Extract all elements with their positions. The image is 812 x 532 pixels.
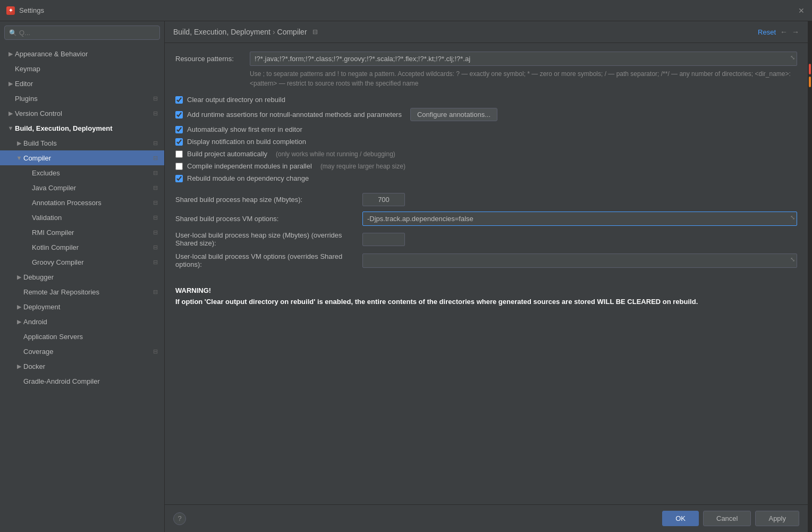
- sidebar-item-validation[interactable]: Validation ⊟: [0, 210, 164, 225]
- expand-icon: ▶: [15, 302, 23, 311]
- heap-size-input[interactable]: [362, 193, 405, 206]
- resource-patterns-input[interactable]: [250, 52, 797, 66]
- expand-icon: [23, 213, 32, 222]
- sidebar-item-rmi-compiler[interactable]: RMI Compiler ⊟: [0, 225, 164, 240]
- user-heap-size-input[interactable]: [362, 233, 405, 246]
- sidebar-item-label: Kotlin Compiler: [32, 243, 150, 251]
- clear-output-checkbox[interactable]: [175, 96, 183, 104]
- rebuild-module-checkbox[interactable]: [175, 175, 183, 182]
- breadcrumb-icon: ⊟: [312, 28, 318, 36]
- build-automatically-checkbox[interactable]: [175, 150, 183, 158]
- expand-vm-options-btn[interactable]: ⤡: [790, 214, 795, 221]
- sidebar: 🔍 ▶ Appearance & Behavior Keymap ▶: [0, 21, 165, 532]
- expand-user-vm-options-btn[interactable]: ⤡: [790, 256, 795, 263]
- runtime-assertions-checkbox[interactable]: [175, 111, 183, 119]
- configure-annotations-button[interactable]: Configure annotations...: [410, 108, 497, 121]
- content-area: Build, Execution, Deployment › Compiler …: [165, 21, 808, 532]
- sidebar-item-coverage[interactable]: Coverage ⊟: [0, 344, 164, 359]
- window-title: Settings: [19, 6, 797, 14]
- compile-parallel-checkbox[interactable]: [175, 163, 183, 170]
- user-vm-options-input[interactable]: [362, 254, 797, 268]
- sidebar-item-label: Annotation Processors: [32, 199, 150, 207]
- display-notification-label: Display notification on build completion: [187, 138, 306, 146]
- checkbox-show-first-error: Automatically show first error in editor: [175, 125, 797, 133]
- cancel-button[interactable]: Cancel: [703, 511, 751, 526]
- search-input[interactable]: [19, 29, 155, 37]
- search-icon: 🔍: [9, 29, 17, 37]
- show-first-error-checkbox[interactable]: [175, 126, 183, 133]
- sidebar-item-build-execution-deployment[interactable]: ▼ Build, Execution, Deployment: [0, 121, 164, 136]
- sidebar-item-kotlin-compiler[interactable]: Kotlin Compiler ⊟: [0, 240, 164, 255]
- sidebar-item-label: Excludes: [32, 169, 150, 177]
- content-header: Build, Execution, Deployment › Compiler …: [165, 21, 808, 43]
- apply-button[interactable]: Apply: [755, 511, 799, 526]
- content-scroll: Resource patterns: ⤡ Use ; to separate p…: [165, 43, 808, 504]
- expand-icon: [23, 168, 32, 177]
- expand-icon: [23, 183, 32, 192]
- sidebar-item-gradle-android-compiler[interactable]: Gradle-Android Compiler: [0, 374, 164, 389]
- sidebar-item-android[interactable]: ▶ Android: [0, 314, 164, 329]
- build-automatically-note: (only works while not running / debuggin…: [276, 150, 395, 158]
- config-icon: ⊟: [150, 183, 160, 192]
- forward-button[interactable]: →: [792, 28, 799, 36]
- sidebar-item-label: Java Compiler: [32, 184, 150, 192]
- breadcrumb-separator: ›: [273, 28, 275, 36]
- runtime-assertions-label: Add runtime assertions for notnull-annot…: [187, 111, 402, 119]
- config-icon: ⊟: [150, 168, 160, 178]
- help-button[interactable]: ?: [173, 512, 186, 525]
- user-heap-size-row: User-local build process heap size (Mbyt…: [175, 231, 797, 247]
- back-button[interactable]: ←: [780, 28, 788, 36]
- sidebar-item-label: Remote Jar Repositories: [23, 288, 150, 296]
- sidebar-item-editor[interactable]: ▶ Editor: [0, 76, 164, 91]
- user-vm-options-label: User-local build process VM options (ove…: [175, 252, 356, 268]
- window-controls: ✕: [797, 6, 806, 15]
- expand-icon: [15, 332, 23, 341]
- sidebar-item-debugger[interactable]: ▶ Debugger: [0, 269, 164, 284]
- sidebar-item-annotation-processors[interactable]: Annotation Processors ⊟: [0, 195, 164, 210]
- sidebar-item-build-tools[interactable]: ▶ Build Tools ⊟: [0, 136, 164, 150]
- expand-icon: ▼: [15, 154, 23, 162]
- expand-icon: ▶: [15, 139, 23, 147]
- clear-output-label: Clear output directory on rebuild: [187, 96, 285, 104]
- config-icon: ⊟: [150, 213, 160, 222]
- reset-button[interactable]: Reset: [758, 28, 776, 36]
- expand-icon: [15, 288, 23, 296]
- user-vm-options-row: User-local build process VM options (ove…: [175, 252, 797, 268]
- config-icon: ⊟: [150, 94, 160, 103]
- sidebar-item-label: Version Control: [15, 109, 150, 117]
- sidebar-item-application-servers[interactable]: Application Servers: [0, 329, 164, 344]
- sidebar-item-remote-jar-repositories[interactable]: Remote Jar Repositories ⊟: [0, 284, 164, 299]
- ok-button[interactable]: OK: [662, 511, 699, 526]
- sidebar-item-compiler[interactable]: ▼ Compiler ⊟: [0, 150, 164, 165]
- display-notification-checkbox[interactable]: [175, 138, 183, 146]
- checkbox-clear-output: Clear output directory on rebuild: [175, 96, 797, 104]
- close-button[interactable]: ✕: [797, 6, 806, 15]
- sidebar-item-label: Deployment: [23, 303, 160, 311]
- edge-mark-2: [809, 77, 811, 87]
- build-automatically-label: Build project automatically: [187, 150, 267, 158]
- sidebar-item-appearance[interactable]: ▶ Appearance & Behavior: [0, 46, 164, 61]
- sidebar-item-label: Keymap: [15, 65, 160, 73]
- sidebar-item-deployment[interactable]: ▶ Deployment: [0, 299, 164, 314]
- sidebar-item-java-compiler[interactable]: Java Compiler ⊟: [0, 180, 164, 195]
- config-icon: ⊟: [150, 257, 160, 267]
- search-container: 🔍: [4, 26, 160, 40]
- user-vm-options-wrap: ⤡: [362, 254, 797, 268]
- expand-icon: [15, 347, 23, 356]
- sidebar-item-label: Debugger: [23, 273, 160, 281]
- user-heap-size-label: User-local build process heap size (Mbyt…: [175, 231, 356, 247]
- sidebar-item-docker[interactable]: ▶ Docker: [0, 359, 164, 374]
- sidebar-item-excludes[interactable]: Excludes ⊟: [0, 165, 164, 180]
- expand-resource-btn[interactable]: ⤡: [790, 54, 795, 61]
- sidebar-item-keymap[interactable]: Keymap: [0, 61, 164, 76]
- resource-input-wrap: ⤡: [250, 52, 797, 66]
- sidebar-item-groovy-compiler[interactable]: Groovy Compiler ⊟: [0, 255, 164, 269]
- sidebar-item-version-control[interactable]: ▶ Version Control ⊟: [0, 106, 164, 121]
- expand-icon: ▶: [15, 273, 23, 281]
- sidebar-item-plugins[interactable]: Plugins ⊟: [0, 91, 164, 106]
- sidebar-item-label: Docker: [23, 362, 160, 370]
- vm-options-input[interactable]: [362, 212, 797, 226]
- rebuild-module-label: Rebuild module on dependency change: [187, 174, 309, 182]
- expand-icon: [15, 377, 23, 385]
- expand-icon: ▶: [6, 49, 15, 58]
